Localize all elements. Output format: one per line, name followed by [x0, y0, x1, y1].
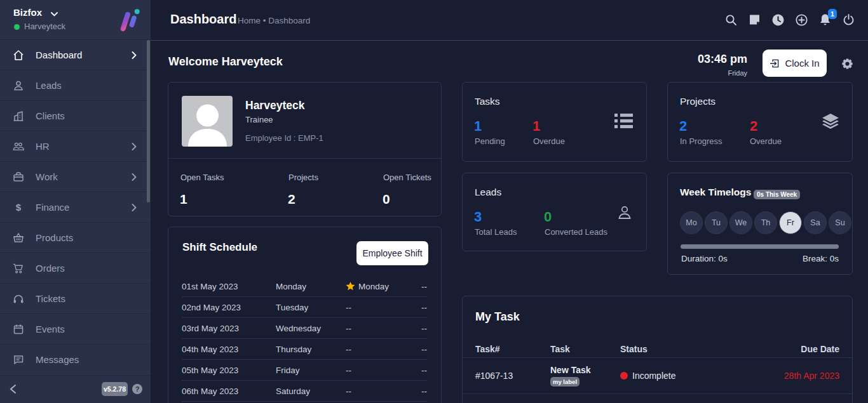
- svg-text:$: $: [16, 202, 22, 213]
- svg-text:?: ?: [135, 385, 140, 393]
